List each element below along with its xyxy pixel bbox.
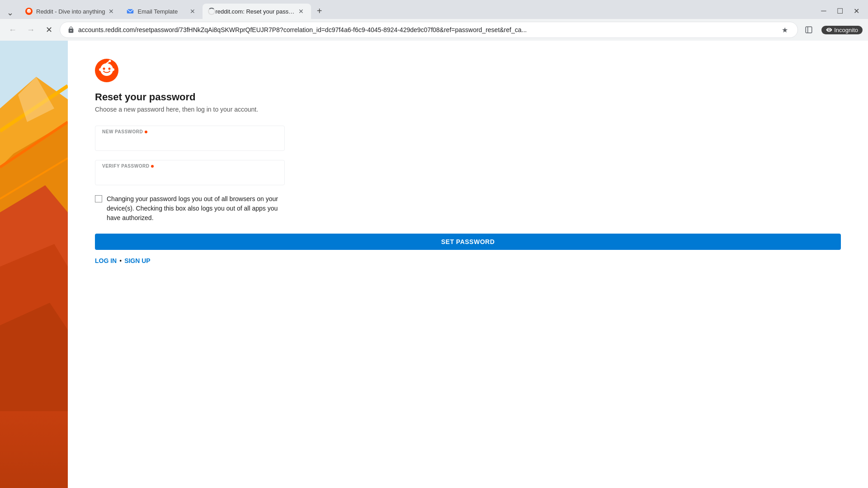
svg-point-1 [27,9,31,13]
browser-chrome: ⌄ Reddit - Dive into anything [0,0,868,41]
log-in-link[interactable]: LOG IN [95,257,117,264]
address-icons: ★ [779,24,790,35]
maximize-button[interactable]: ☐ [834,5,846,17]
tab-reddit-close[interactable]: ✕ [107,7,116,16]
tab-bar: ⌄ Reddit - Dive into anything [0,0,868,19]
svg-point-21 [103,68,105,70]
svg-point-26 [112,68,114,71]
verify-password-group: VERIFY PASSWORD [95,160,841,185]
email-favicon-icon [127,8,134,15]
sign-up-link[interactable]: SIGN UP [124,257,151,264]
tab-email-title: Email Template [137,8,186,15]
sidebar-button[interactable] [802,23,816,37]
svg-point-3 [29,10,30,11]
svg-rect-7 [806,27,812,33]
svg-point-24 [109,60,111,62]
reddit-logo [95,59,841,84]
incognito-icon [826,27,832,33]
tab-reddit[interactable]: Reddit - Dive into anything ✕ [20,4,121,19]
address-bar: ← → ✕ accounts.reddit.com/resetpassword/… [0,19,868,41]
svg-point-20 [100,63,113,76]
left-sidebar [0,41,68,488]
bookmark-button[interactable]: ★ [779,24,790,35]
close-button[interactable]: ✕ [850,5,863,17]
verify-password-wrapper: VERIFY PASSWORD [95,160,285,185]
svg-point-22 [108,68,111,70]
tab-reddit-reset-title: reddit.com: Reset your passwo... [215,8,295,15]
svg-point-25 [99,68,102,71]
tabs-container: Reddit - Dive into anything ✕ Email Temp… [20,4,812,19]
incognito-label: Incognito [834,27,858,33]
tab-email[interactable]: Email Template ✕ [121,4,203,19]
tab-email-close[interactable]: ✕ [188,7,197,16]
tab-reddit-reset[interactable]: reddit.com: Reset your passwo... ✕ [203,4,311,19]
auth-separator: • [119,257,122,264]
tab-reddit-reset-close[interactable]: ✕ [297,7,306,16]
new-password-group: NEW PASSWORD [95,126,841,151]
auth-links: LOG IN • SIGN UP [95,257,841,264]
logout-checkbox-row: Changing your password logs you out of a… [95,194,285,223]
main-area: Reset your password Choose a new passwor… [68,41,868,488]
page-title: Reset your password [95,91,841,103]
tab-switcher-button[interactable]: ⌄ [4,6,16,19]
forward-button[interactable]: → [24,23,38,37]
new-password-wrapper: NEW PASSWORD [95,126,285,151]
lock-icon [67,26,75,33]
logout-checkbox-text: Changing your password logs you out of a… [107,194,285,223]
svg-point-28 [109,70,110,71]
set-password-button[interactable]: SET PASSWORD [95,234,841,250]
tab-bar-right: ─ ☐ ✕ [812,5,868,17]
minimize-button[interactable]: ─ [817,5,830,17]
reddit-logo-svg [95,59,118,82]
tab-bar-left: ⌄ [0,6,20,19]
reload-button[interactable]: ✕ [42,23,56,37]
back-button[interactable]: ← [5,23,20,37]
page-subtitle: Choose a new password here, then log in … [95,106,841,113]
new-tab-button[interactable]: + [313,5,326,17]
url-text: accounts.reddit.com/resetpassword/73fHNk… [78,26,776,33]
tab-reddit-title: Reddit - Dive into anything [36,8,105,15]
address-input-container[interactable]: accounts.reddit.com/resetpassword/73fHNk… [60,22,798,38]
loading-spinner-icon [208,8,215,15]
page-content: Reset your password Choose a new passwor… [0,41,868,488]
sidebar-artwork [0,41,68,411]
logout-checkbox[interactable] [95,195,102,202]
verify-password-input[interactable] [95,160,285,185]
incognito-badge: Incognito [821,26,863,34]
svg-point-27 [104,70,104,71]
new-password-input[interactable] [95,126,285,151]
reddit-favicon-icon [25,8,33,15]
